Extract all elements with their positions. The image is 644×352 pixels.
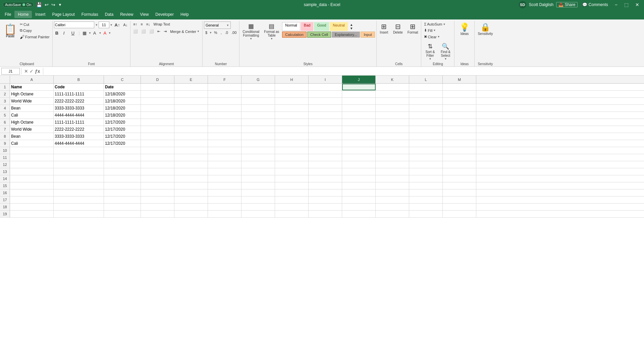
menu-data[interactable]: Data	[102, 11, 117, 18]
sensitivity-button[interactable]: 🔒 Sensitivity	[476, 21, 494, 37]
merge-center-dropdown[interactable]: ▼	[197, 30, 200, 33]
cell-c5[interactable]: 12/18/2020	[104, 112, 141, 119]
currency-dropdown[interactable]: ▼	[209, 31, 212, 34]
row-number-17[interactable]: 17	[0, 196, 10, 203]
cell-i13[interactable]	[309, 168, 342, 175]
font-name-input[interactable]	[54, 21, 94, 28]
row-number-5[interactable]: 5	[0, 112, 10, 119]
cell-f14[interactable]	[208, 175, 241, 182]
cell-c9[interactable]: 12/17/2020	[104, 140, 141, 147]
cell-k11[interactable]	[376, 154, 409, 161]
cell-j13[interactable]	[342, 168, 376, 175]
cell-k10[interactable]	[376, 147, 409, 154]
clear-dropdown[interactable]: ▼	[437, 35, 440, 38]
cell-e12[interactable]	[174, 161, 208, 168]
cell-k13[interactable]	[376, 168, 409, 175]
cell-a8[interactable]: Bean	[10, 133, 54, 140]
cell-h7[interactable]	[275, 126, 309, 133]
cell-e17[interactable]	[174, 196, 208, 203]
col-header-i[interactable]: I	[309, 76, 342, 83]
cell-m1[interactable]	[443, 84, 476, 90]
currency-btn[interactable]: $	[204, 30, 209, 35]
col-header-l[interactable]: L	[409, 76, 443, 83]
row-number-1[interactable]: 1	[0, 84, 10, 90]
cell-m10[interactable]	[443, 147, 476, 154]
cell-c16[interactable]	[104, 189, 141, 196]
cell-d2[interactable]	[141, 91, 174, 97]
cell-g19[interactable]	[241, 211, 275, 217]
row-number-4[interactable]: 4	[0, 105, 10, 112]
cell-g17[interactable]	[241, 196, 275, 203]
cell-h14[interactable]	[275, 175, 309, 182]
cell-k6[interactable]	[376, 119, 409, 126]
style-explanatory[interactable]: Explanatory...	[332, 32, 360, 38]
cell-d10[interactable]	[141, 147, 174, 154]
name-box[interactable]	[1, 68, 20, 75]
conditional-formatting-dropdown[interactable]: ▼	[250, 37, 252, 40]
cell-h5[interactable]	[275, 112, 309, 119]
ideas-button[interactable]: 💡 Ideas	[458, 21, 471, 37]
cell-j6[interactable]	[342, 119, 376, 126]
cell-d6[interactable]	[141, 119, 174, 126]
row-number-11[interactable]: 11	[0, 154, 10, 161]
merge-center-button[interactable]: Merge & Center ▼	[169, 29, 201, 34]
cell-l11[interactable]	[409, 154, 443, 161]
cell-k14[interactable]	[376, 175, 409, 182]
align-top-center-btn[interactable]: ≡	[139, 21, 144, 27]
cell-i15[interactable]	[309, 182, 342, 189]
cell-e10[interactable]	[174, 147, 208, 154]
cell-a11[interactable]	[10, 154, 54, 161]
cell-j3[interactable]	[342, 98, 376, 104]
cell-h3[interactable]	[275, 98, 309, 104]
indent-decrease-btn[interactable]: ⇤	[156, 29, 162, 34]
cell-c1[interactable]: Date	[104, 84, 141, 90]
cell-d19[interactable]	[141, 211, 174, 217]
number-format-select[interactable]: General ▼	[204, 21, 231, 29]
cell-a6[interactable]: High Octane	[10, 119, 54, 126]
cell-e18[interactable]	[174, 204, 208, 210]
menu-page-layout[interactable]: Page Layout	[49, 11, 78, 18]
cell-f2[interactable]	[208, 91, 241, 97]
delete-cells-button[interactable]: ⊟ Delete	[391, 21, 405, 35]
cell-k8[interactable]	[376, 133, 409, 140]
cell-e11[interactable]	[174, 154, 208, 161]
cell-j4[interactable]	[342, 105, 376, 112]
decrease-decimal-btn[interactable]: .0	[224, 30, 229, 35]
menu-file[interactable]: File	[1, 11, 14, 18]
format-as-table-button[interactable]: ▤ Format asTable ▼	[262, 21, 281, 41]
cell-a5[interactable]: Cali	[10, 112, 54, 119]
cell-h8[interactable]	[275, 133, 309, 140]
cell-d11[interactable]	[141, 154, 174, 161]
cell-g18[interactable]	[241, 204, 275, 210]
cell-l1[interactable]	[409, 84, 443, 90]
style-calculation[interactable]: Calculation	[282, 32, 306, 38]
format-as-table-dropdown[interactable]: ▼	[270, 37, 273, 40]
cell-c11[interactable]	[104, 154, 141, 161]
row-number-9[interactable]: 9	[0, 140, 10, 147]
cell-g5[interactable]	[241, 112, 275, 119]
cell-c8[interactable]: 12/17/2020	[104, 133, 141, 140]
align-right-btn[interactable]: ⬜	[148, 29, 155, 34]
cell-g12[interactable]	[241, 161, 275, 168]
menu-help[interactable]: Help	[177, 11, 192, 18]
copy-button[interactable]: ⧉ Copy	[18, 28, 51, 33]
cell-a16[interactable]	[10, 189, 54, 196]
cell-j9[interactable]	[342, 140, 376, 147]
cell-b11[interactable]	[54, 154, 104, 161]
cell-g16[interactable]	[241, 189, 275, 196]
col-header-k[interactable]: K	[376, 76, 409, 83]
cell-k1[interactable]	[376, 84, 409, 90]
cell-g11[interactable]	[241, 154, 275, 161]
cell-b5[interactable]: 4444-4444-4444	[54, 112, 104, 119]
cell-j11[interactable]	[342, 154, 376, 161]
conditional-formatting-button[interactable]: ▦ ConditionalFormatting ▼	[241, 21, 261, 41]
cell-d17[interactable]	[141, 196, 174, 203]
cell-d5[interactable]	[141, 112, 174, 119]
cell-k7[interactable]	[376, 126, 409, 133]
style-input[interactable]: Input	[361, 32, 375, 38]
cell-g2[interactable]	[241, 91, 275, 97]
cell-g7[interactable]	[241, 126, 275, 133]
redo-icon[interactable]: ↪	[51, 2, 55, 7]
cell-j5[interactable]	[342, 112, 376, 119]
clear-button[interactable]: ✖ Clear ▼	[423, 34, 441, 40]
